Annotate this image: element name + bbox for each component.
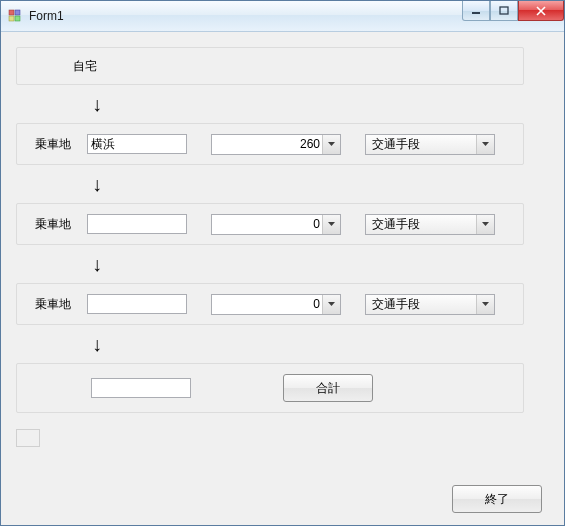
arrow-4: ↓ (16, 325, 549, 363)
maximize-icon (499, 6, 509, 16)
titlebar[interactable]: Form1 (1, 1, 564, 32)
station-label: 乗車地 (35, 216, 87, 233)
app-icon (7, 8, 23, 24)
arrow-3: ↓ (16, 245, 549, 283)
chevron-down-icon[interactable] (476, 295, 494, 314)
svg-marker-9 (482, 142, 489, 146)
station-label: 乗車地 (35, 296, 87, 313)
exit-button[interactable]: 終了 (452, 485, 542, 513)
transport-combo[interactable]: 交通手段 (365, 134, 495, 155)
maximize-button[interactable] (490, 1, 518, 21)
chevron-down-icon[interactable] (322, 295, 340, 314)
svg-marker-10 (328, 222, 335, 226)
close-button[interactable] (518, 1, 564, 21)
status-strip (16, 429, 40, 447)
arrow-1: ↓ (16, 85, 549, 123)
ride-row-2: 乗車地 交通手段 (16, 203, 524, 245)
chevron-down-icon[interactable] (476, 215, 494, 234)
client-area: 自宅 ↓ 乗車地 交通手段 ↓ 乗車地 (1, 32, 564, 525)
fare-combo[interactable] (211, 134, 341, 155)
minimize-button[interactable] (462, 1, 490, 21)
app-window: Form1 自宅 ↓ 乗車地 (0, 0, 565, 526)
window-title: Form1 (29, 9, 64, 23)
svg-rect-1 (15, 10, 20, 15)
svg-rect-0 (9, 10, 14, 15)
minimize-icon (471, 6, 481, 16)
chevron-down-icon[interactable] (476, 135, 494, 154)
home-panel: 自宅 (16, 47, 524, 85)
svg-rect-4 (472, 12, 480, 14)
transport-combo[interactable]: 交通手段 (365, 214, 495, 235)
total-input[interactable] (91, 378, 191, 398)
svg-rect-5 (500, 7, 508, 14)
ride-row-1: 乗車地 交通手段 (16, 123, 524, 165)
close-icon (535, 6, 547, 16)
svg-marker-13 (482, 302, 489, 306)
svg-marker-11 (482, 222, 489, 226)
transport-value: 交通手段 (366, 296, 494, 313)
home-label: 自宅 (73, 59, 97, 73)
station-input[interactable] (87, 214, 187, 234)
svg-rect-3 (15, 16, 20, 21)
svg-rect-2 (9, 16, 14, 21)
station-label: 乗車地 (35, 136, 87, 153)
transport-value: 交通手段 (366, 136, 494, 153)
station-input[interactable] (87, 294, 187, 314)
station-input[interactable] (87, 134, 187, 154)
transport-combo[interactable]: 交通手段 (365, 294, 495, 315)
chevron-down-icon[interactable] (322, 215, 340, 234)
fare-combo[interactable] (211, 214, 341, 235)
fare-combo[interactable] (211, 294, 341, 315)
arrow-2: ↓ (16, 165, 549, 203)
svg-marker-12 (328, 302, 335, 306)
ride-row-3: 乗車地 交通手段 (16, 283, 524, 325)
svg-marker-8 (328, 142, 335, 146)
total-panel: 合計 (16, 363, 524, 413)
transport-value: 交通手段 (366, 216, 494, 233)
window-controls (462, 1, 564, 21)
total-button[interactable]: 合計 (283, 374, 373, 402)
chevron-down-icon[interactable] (322, 135, 340, 154)
